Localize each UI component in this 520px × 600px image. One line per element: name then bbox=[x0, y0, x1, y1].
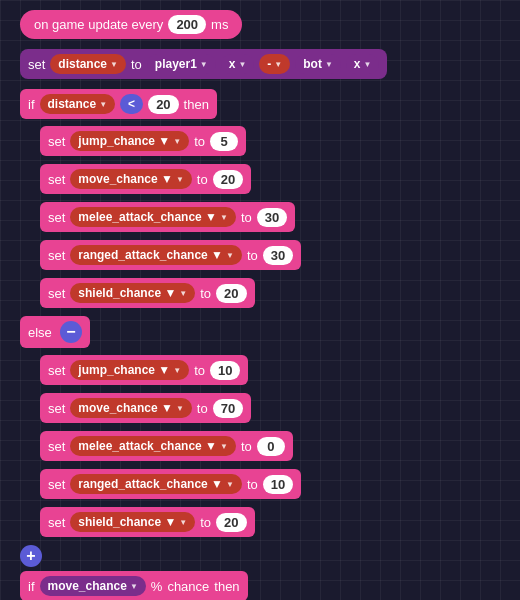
minus-dropdown[interactable]: - bbox=[259, 54, 290, 74]
set-jump-chance-else-row: set jump_chance ▼ to 10 bbox=[40, 355, 500, 389]
lt-operator[interactable]: < bbox=[120, 94, 143, 114]
val-melee-0[interactable]: 30 bbox=[257, 208, 287, 227]
set-ranged-chance-row: set ranged_attack_chance ▼ to 30 bbox=[40, 240, 500, 274]
val-ranged-0[interactable]: 30 bbox=[263, 246, 293, 265]
to-lbl-0: to bbox=[194, 134, 205, 149]
hat-label: on game update every bbox=[34, 17, 163, 32]
set-melee-chance-row: set melee_attack_chance ▼ to 30 bbox=[40, 202, 500, 236]
melee-chance-dropdown-0[interactable]: melee_attack_chance ▼ bbox=[70, 207, 236, 227]
set-move-chance-row: set move_chance ▼ to 20 bbox=[40, 164, 500, 198]
hat-block: on game update every 200 ms bbox=[20, 10, 242, 39]
ranged-chance-dropdown-0[interactable]: ranged_attack_chance ▼ bbox=[70, 245, 242, 265]
set-shield-chance-row: set shield_chance ▼ to 20 bbox=[40, 278, 500, 312]
percent-label: % bbox=[151, 579, 163, 594]
else-header: else − bbox=[20, 316, 90, 348]
set-shield-chance-else-row: set shield_chance ▼ to 20 bbox=[40, 507, 500, 541]
jump-chance-dropdown-1[interactable]: jump_chance ▼ bbox=[70, 360, 189, 380]
jump-chance-dropdown-0[interactable]: jump_chance ▼ bbox=[70, 131, 189, 151]
hat-value[interactable]: 200 bbox=[168, 15, 206, 34]
set-label: set bbox=[28, 57, 45, 72]
set-distance-block: set distance to player1 x - bot x bbox=[20, 49, 387, 79]
distance-dropdown[interactable]: distance bbox=[50, 54, 126, 74]
to-label: to bbox=[131, 57, 142, 72]
val-move-0[interactable]: 20 bbox=[213, 170, 243, 189]
if-section: if distance < 20 then set jump_chance ▼ … bbox=[20, 89, 500, 600]
hat-unit: ms bbox=[211, 17, 228, 32]
else-minus-button[interactable]: − bbox=[60, 321, 82, 343]
if2-header: if move_chance % chance then bbox=[20, 571, 248, 600]
set-ranged-chance-else-row: set ranged_attack_chance ▼ to 10 bbox=[40, 469, 500, 503]
set-melee-chance-else-row: set melee_attack_chance ▼ to 0 bbox=[40, 431, 500, 465]
move-chance-dropdown-0[interactable]: move_chance ▼ bbox=[70, 169, 192, 189]
if-label: if bbox=[28, 97, 35, 112]
then2-label: then bbox=[214, 579, 239, 594]
set-jump-chance-row: set jump_chance ▼ to 5 bbox=[40, 126, 500, 160]
move-chance-bottom-dropdown[interactable]: move_chance bbox=[40, 576, 146, 596]
shield-chance-dropdown-0[interactable]: shield_chance ▼ bbox=[70, 283, 195, 303]
x-dropdown[interactable]: x bbox=[221, 54, 255, 74]
if-header: if distance < 20 then bbox=[20, 89, 217, 119]
set-move-chance-else-row: set move_chance ▼ to 70 bbox=[40, 393, 500, 427]
bot-dropdown[interactable]: bot bbox=[295, 54, 341, 74]
x2-dropdown[interactable]: x bbox=[346, 54, 380, 74]
val-melee-1[interactable]: 0 bbox=[257, 437, 285, 456]
val-ranged-1[interactable]: 10 bbox=[263, 475, 293, 494]
val-shield-1[interactable]: 20 bbox=[216, 513, 246, 532]
ranged-chance-dropdown-1[interactable]: ranged_attack_chance ▼ bbox=[70, 474, 242, 494]
val-shield-0[interactable]: 20 bbox=[216, 284, 246, 303]
shield-chance-dropdown-1[interactable]: shield_chance ▼ bbox=[70, 512, 195, 532]
val-jump-1[interactable]: 10 bbox=[210, 361, 240, 380]
else-label: else bbox=[28, 325, 52, 340]
if2-label: if bbox=[28, 579, 35, 594]
add-block-button[interactable]: + bbox=[20, 545, 42, 567]
if-body: set jump_chance ▼ to 5 set move_chance ▼… bbox=[36, 126, 500, 312]
set-lbl-0: set bbox=[48, 134, 65, 149]
then-label: then bbox=[184, 97, 209, 112]
player1-dropdown[interactable]: player1 bbox=[147, 54, 216, 74]
move-chance-dropdown-1[interactable]: move_chance ▼ bbox=[70, 398, 192, 418]
melee-chance-dropdown-1[interactable]: melee_attack_chance ▼ bbox=[70, 436, 236, 456]
val-0[interactable]: 5 bbox=[210, 132, 238, 151]
else-body: set jump_chance ▼ to 10 set move_chance … bbox=[36, 355, 500, 541]
val-move-1[interactable]: 70 bbox=[213, 399, 243, 418]
chance-label: chance bbox=[167, 579, 209, 594]
distance-var-dropdown[interactable]: distance bbox=[40, 94, 116, 114]
if-value[interactable]: 20 bbox=[148, 95, 178, 114]
